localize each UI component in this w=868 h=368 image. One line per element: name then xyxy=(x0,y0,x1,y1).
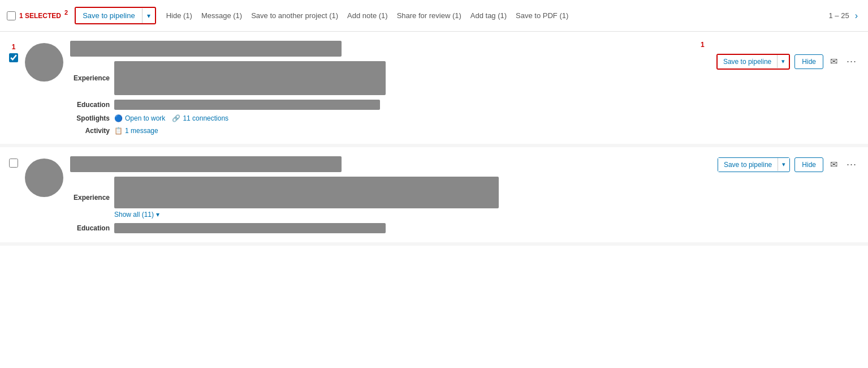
card2-more-icon: ··· xyxy=(847,159,857,170)
toolbar-left: 1 SELECTED 2 Save to pipeline ▾ Hide (1)… xyxy=(7,7,572,24)
open-to-work-text: Open to work xyxy=(125,114,165,122)
card1-spotlights-row: Spotlights 🔵 Open to work 🔗 11 connectio… xyxy=(70,114,694,122)
card1-experience-row: Experience xyxy=(70,61,694,95)
card2-education-row: Education xyxy=(70,223,694,233)
open-to-work-link[interactable]: 🔵 Open to work xyxy=(114,114,165,122)
candidate-card-2: Experience Show all (11) ▾ Education Sav… xyxy=(0,147,868,246)
save-to-pdf-button[interactable]: Save to PDF (1) xyxy=(512,9,572,22)
select-all-wrap: 1 SELECTED 2 xyxy=(7,11,68,20)
hide-button[interactable]: Hide (1) xyxy=(163,9,196,22)
card1-education-row: Education xyxy=(70,100,694,110)
message-button[interactable]: Message (1) xyxy=(198,9,245,22)
card2-education-bar xyxy=(114,223,386,233)
connections-link[interactable]: 🔗 11 connections xyxy=(172,114,228,122)
card2-experience-section: Show all (11) ▾ xyxy=(114,177,499,219)
card1-spotlights-label: Spotlights xyxy=(70,114,110,122)
card2-content: Experience Show all (11) ▾ Education xyxy=(70,156,694,233)
card2-hide-button[interactable]: Hide xyxy=(794,157,823,172)
card1-dropdown-arrow-icon: ▾ xyxy=(781,58,785,65)
card1-experience-bar xyxy=(114,61,386,95)
card1-save-pipeline-button[interactable]: Save to pipeline xyxy=(718,55,777,69)
card1-hide-button[interactable]: Hide xyxy=(794,54,823,69)
show-all-chevron-icon: ▾ xyxy=(156,211,159,219)
selected-count: 1 SELECTED xyxy=(19,12,61,20)
card2-experience-label: Experience xyxy=(70,194,110,202)
save-to-another-project-button[interactable]: Save to another project (1) xyxy=(248,9,342,22)
more-icon: ··· xyxy=(847,55,857,67)
activity-message-link[interactable]: 📋 1 message xyxy=(114,127,158,135)
card2-buttons-row: Save to pipeline ▾ Hide ✉ ··· xyxy=(718,156,859,173)
card1-mail-button[interactable]: ✉ xyxy=(828,54,840,69)
card1-name-bar xyxy=(70,41,342,57)
card1-education-label: Education xyxy=(70,101,110,109)
card1-checkbox-col: 1 xyxy=(9,41,18,62)
card2-experience-row: Experience Show all (11) ▾ xyxy=(70,177,694,219)
card2-actions: Save to pipeline ▾ Hide ✉ ··· xyxy=(701,156,859,173)
toolbar: 1 SELECTED 2 Save to pipeline ▾ Hide (1)… xyxy=(0,0,868,32)
card1-buttons-row: Save to pipeline ▾ Hide ✉ ··· xyxy=(716,53,859,70)
pagination-text: 1 – 25 xyxy=(829,11,849,20)
candidate-card-1: 1 Experience Education Spotlights 🔵 Open… xyxy=(0,32,868,147)
toolbar-right: 1 – 25 › xyxy=(829,10,861,22)
card2-save-pipeline-dropdown[interactable]: ▾ xyxy=(778,158,789,171)
add-note-button[interactable]: Add note (1) xyxy=(344,9,391,22)
selected-number-badge: 2 xyxy=(64,9,68,16)
card1-education-bar xyxy=(114,100,380,110)
card2-avatar xyxy=(25,159,63,197)
save-pipeline-button-wrap: Save to pipeline ▾ xyxy=(75,7,156,24)
card2-dropdown-arrow-icon: ▾ xyxy=(782,161,785,168)
open-to-work-icon: 🔵 xyxy=(114,114,123,122)
card1-action-number: 1 xyxy=(701,41,705,49)
card1-save-pipeline-dropdown[interactable]: ▾ xyxy=(777,55,789,68)
share-for-review-button[interactable]: Share for review (1) xyxy=(394,9,465,22)
card2-mail-icon: ✉ xyxy=(830,160,837,169)
next-page-button[interactable]: › xyxy=(852,10,861,22)
message-icon: 📋 xyxy=(114,127,123,135)
card2-more-button[interactable]: ··· xyxy=(844,156,859,173)
toolbar-actions: Hide (1) Message (1) Save to another pro… xyxy=(163,9,572,22)
card1-activity-label: Activity xyxy=(70,127,110,135)
save-pipeline-dropdown-button[interactable]: ▾ xyxy=(142,8,155,23)
card1-more-button[interactable]: ··· xyxy=(844,53,859,70)
show-all-link[interactable]: Show all (11) ▾ xyxy=(114,211,499,219)
card1-avatar xyxy=(25,43,63,82)
card1-checkbox[interactable] xyxy=(9,53,18,62)
card1-activity-row: Activity 📋 1 message xyxy=(70,127,694,135)
card1-experience-label: Experience xyxy=(70,74,110,82)
card1-spotlights-items: 🔵 Open to work 🔗 11 connections xyxy=(114,114,228,122)
card2-checkbox[interactable] xyxy=(9,159,18,168)
candidates-list: 1 Experience Education Spotlights 🔵 Open… xyxy=(0,32,868,246)
save-pipeline-button[interactable]: Save to pipeline xyxy=(76,8,142,23)
card2-save-pipeline-wrap: Save to pipeline ▾ xyxy=(718,157,790,172)
card2-mail-button[interactable]: ✉ xyxy=(828,157,840,172)
card2-experience-bar xyxy=(114,177,499,208)
connections-icon: 🔗 xyxy=(172,114,180,122)
card2-education-label: Education xyxy=(70,224,110,232)
connections-text: 11 connections xyxy=(183,114,228,122)
select-all-checkbox[interactable] xyxy=(7,11,16,20)
card1-actions: 1 Save to pipeline ▾ Hide ✉ ··· xyxy=(701,41,859,70)
show-all-text: Show all (11) xyxy=(114,211,154,219)
card2-save-pipeline-button[interactable]: Save to pipeline xyxy=(718,158,778,172)
card2-checkbox-col xyxy=(9,156,18,168)
mail-icon: ✉ xyxy=(830,57,837,66)
dropdown-arrow-icon: ▾ xyxy=(147,12,150,20)
card1-save-pipeline-wrap: Save to pipeline ▾ xyxy=(716,54,790,70)
card1-list-number: 1 xyxy=(12,43,16,51)
add-tag-button[interactable]: Add tag (1) xyxy=(467,9,510,22)
activity-message-text: 1 message xyxy=(125,127,158,135)
card1-content: Experience Education Spotlights 🔵 Open t… xyxy=(70,41,694,135)
card2-name-bar xyxy=(70,156,342,172)
